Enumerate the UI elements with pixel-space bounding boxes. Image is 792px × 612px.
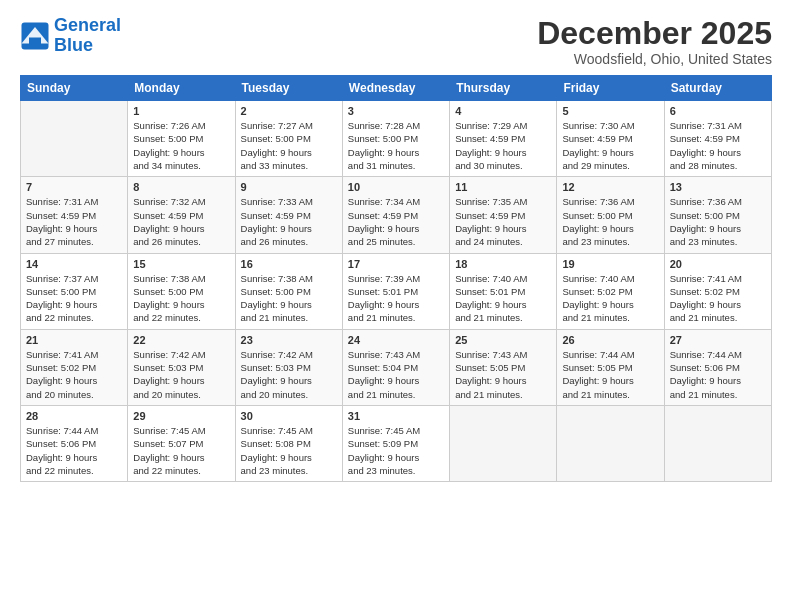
day-info: Sunrise: 7:39 AMSunset: 5:01 PMDaylight:… (348, 272, 444, 325)
day-number: 23 (241, 334, 337, 346)
day-number: 11 (455, 181, 551, 193)
day-number: 18 (455, 258, 551, 270)
calendar-cell: 17Sunrise: 7:39 AMSunset: 5:01 PMDayligh… (342, 253, 449, 329)
weekday-header-saturday: Saturday (664, 76, 771, 101)
day-number: 15 (133, 258, 229, 270)
day-number: 13 (670, 181, 766, 193)
day-number: 5 (562, 105, 658, 117)
day-number: 8 (133, 181, 229, 193)
day-info: Sunrise: 7:42 AMSunset: 5:03 PMDaylight:… (241, 348, 337, 401)
location: Woodsfield, Ohio, United States (537, 51, 772, 67)
calendar-cell: 4Sunrise: 7:29 AMSunset: 4:59 PMDaylight… (450, 101, 557, 177)
calendar-page: General Blue December 2025 Woodsfield, O… (0, 0, 792, 612)
calendar-cell: 27Sunrise: 7:44 AMSunset: 5:06 PMDayligh… (664, 329, 771, 405)
day-number: 21 (26, 334, 122, 346)
day-info: Sunrise: 7:27 AMSunset: 5:00 PMDaylight:… (241, 119, 337, 172)
day-info: Sunrise: 7:33 AMSunset: 4:59 PMDaylight:… (241, 195, 337, 248)
calendar-cell (450, 405, 557, 481)
calendar-cell: 2Sunrise: 7:27 AMSunset: 5:00 PMDaylight… (235, 101, 342, 177)
day-number: 25 (455, 334, 551, 346)
day-info: Sunrise: 7:38 AMSunset: 5:00 PMDaylight:… (241, 272, 337, 325)
day-number: 10 (348, 181, 444, 193)
day-number: 14 (26, 258, 122, 270)
day-info: Sunrise: 7:28 AMSunset: 5:00 PMDaylight:… (348, 119, 444, 172)
svg-rect-2 (29, 37, 41, 45)
day-number: 16 (241, 258, 337, 270)
day-number: 26 (562, 334, 658, 346)
calendar-cell: 10Sunrise: 7:34 AMSunset: 4:59 PMDayligh… (342, 177, 449, 253)
calendar-week-2: 7Sunrise: 7:31 AMSunset: 4:59 PMDaylight… (21, 177, 772, 253)
calendar-cell (664, 405, 771, 481)
calendar-cell: 6Sunrise: 7:31 AMSunset: 4:59 PMDaylight… (664, 101, 771, 177)
day-info: Sunrise: 7:26 AMSunset: 5:00 PMDaylight:… (133, 119, 229, 172)
title-block: December 2025 Woodsfield, Ohio, United S… (537, 16, 772, 67)
calendar-week-4: 21Sunrise: 7:41 AMSunset: 5:02 PMDayligh… (21, 329, 772, 405)
day-info: Sunrise: 7:44 AMSunset: 5:06 PMDaylight:… (26, 424, 122, 477)
day-number: 24 (348, 334, 444, 346)
day-number: 29 (133, 410, 229, 422)
calendar-week-1: 1Sunrise: 7:26 AMSunset: 5:00 PMDaylight… (21, 101, 772, 177)
calendar-cell: 21Sunrise: 7:41 AMSunset: 5:02 PMDayligh… (21, 329, 128, 405)
calendar-cell: 3Sunrise: 7:28 AMSunset: 5:00 PMDaylight… (342, 101, 449, 177)
day-number: 30 (241, 410, 337, 422)
day-number: 27 (670, 334, 766, 346)
day-number: 20 (670, 258, 766, 270)
calendar-cell: 25Sunrise: 7:43 AMSunset: 5:05 PMDayligh… (450, 329, 557, 405)
day-info: Sunrise: 7:45 AMSunset: 5:08 PMDaylight:… (241, 424, 337, 477)
day-info: Sunrise: 7:43 AMSunset: 5:04 PMDaylight:… (348, 348, 444, 401)
calendar-cell: 16Sunrise: 7:38 AMSunset: 5:00 PMDayligh… (235, 253, 342, 329)
calendar-cell (557, 405, 664, 481)
calendar-cell: 11Sunrise: 7:35 AMSunset: 4:59 PMDayligh… (450, 177, 557, 253)
day-number: 1 (133, 105, 229, 117)
calendar-cell: 1Sunrise: 7:26 AMSunset: 5:00 PMDaylight… (128, 101, 235, 177)
day-number: 9 (241, 181, 337, 193)
day-number: 31 (348, 410, 444, 422)
day-number: 19 (562, 258, 658, 270)
weekday-header-monday: Monday (128, 76, 235, 101)
day-number: 3 (348, 105, 444, 117)
day-info: Sunrise: 7:43 AMSunset: 5:05 PMDaylight:… (455, 348, 551, 401)
day-info: Sunrise: 7:30 AMSunset: 4:59 PMDaylight:… (562, 119, 658, 172)
day-number: 4 (455, 105, 551, 117)
weekday-header-row: SundayMondayTuesdayWednesdayThursdayFrid… (21, 76, 772, 101)
calendar-cell: 18Sunrise: 7:40 AMSunset: 5:01 PMDayligh… (450, 253, 557, 329)
day-number: 12 (562, 181, 658, 193)
day-info: Sunrise: 7:37 AMSunset: 5:00 PMDaylight:… (26, 272, 122, 325)
day-info: Sunrise: 7:44 AMSunset: 5:05 PMDaylight:… (562, 348, 658, 401)
day-info: Sunrise: 7:40 AMSunset: 5:02 PMDaylight:… (562, 272, 658, 325)
calendar-cell: 23Sunrise: 7:42 AMSunset: 5:03 PMDayligh… (235, 329, 342, 405)
calendar-cell: 9Sunrise: 7:33 AMSunset: 4:59 PMDaylight… (235, 177, 342, 253)
day-info: Sunrise: 7:31 AMSunset: 4:59 PMDaylight:… (670, 119, 766, 172)
calendar-cell: 14Sunrise: 7:37 AMSunset: 5:00 PMDayligh… (21, 253, 128, 329)
logo-icon (20, 21, 50, 51)
day-number: 17 (348, 258, 444, 270)
day-number: 22 (133, 334, 229, 346)
weekday-header-thursday: Thursday (450, 76, 557, 101)
logo-line2: Blue (54, 35, 93, 55)
calendar-table: SundayMondayTuesdayWednesdayThursdayFrid… (20, 75, 772, 482)
calendar-cell: 12Sunrise: 7:36 AMSunset: 5:00 PMDayligh… (557, 177, 664, 253)
logo: General Blue (20, 16, 121, 56)
day-info: Sunrise: 7:40 AMSunset: 5:01 PMDaylight:… (455, 272, 551, 325)
day-info: Sunrise: 7:34 AMSunset: 4:59 PMDaylight:… (348, 195, 444, 248)
day-info: Sunrise: 7:45 AMSunset: 5:07 PMDaylight:… (133, 424, 229, 477)
day-info: Sunrise: 7:45 AMSunset: 5:09 PMDaylight:… (348, 424, 444, 477)
day-info: Sunrise: 7:36 AMSunset: 5:00 PMDaylight:… (670, 195, 766, 248)
calendar-cell: 5Sunrise: 7:30 AMSunset: 4:59 PMDaylight… (557, 101, 664, 177)
weekday-header-friday: Friday (557, 76, 664, 101)
day-info: Sunrise: 7:41 AMSunset: 5:02 PMDaylight:… (670, 272, 766, 325)
day-number: 2 (241, 105, 337, 117)
calendar-cell (21, 101, 128, 177)
day-number: 7 (26, 181, 122, 193)
calendar-cell: 13Sunrise: 7:36 AMSunset: 5:00 PMDayligh… (664, 177, 771, 253)
calendar-cell: 30Sunrise: 7:45 AMSunset: 5:08 PMDayligh… (235, 405, 342, 481)
calendar-cell: 15Sunrise: 7:38 AMSunset: 5:00 PMDayligh… (128, 253, 235, 329)
day-info: Sunrise: 7:36 AMSunset: 5:00 PMDaylight:… (562, 195, 658, 248)
logo-line1: General (54, 15, 121, 35)
calendar-cell: 8Sunrise: 7:32 AMSunset: 4:59 PMDaylight… (128, 177, 235, 253)
day-info: Sunrise: 7:41 AMSunset: 5:02 PMDaylight:… (26, 348, 122, 401)
day-info: Sunrise: 7:31 AMSunset: 4:59 PMDaylight:… (26, 195, 122, 248)
weekday-header-sunday: Sunday (21, 76, 128, 101)
day-number: 6 (670, 105, 766, 117)
day-number: 28 (26, 410, 122, 422)
